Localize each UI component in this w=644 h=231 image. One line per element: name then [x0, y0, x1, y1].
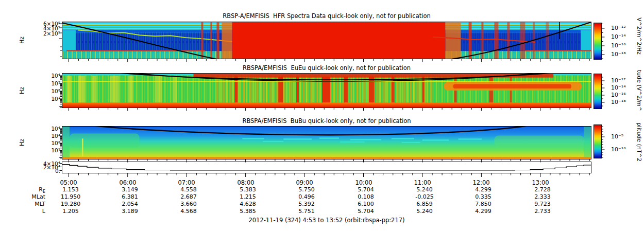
panel1-spectrogram-hfr	[62, 22, 591, 59]
panel3-y-tick-label: 10³	[31, 133, 60, 138]
panel1-y-tick-label: 4×10⁵	[31, 26, 60, 31]
panel4-line-plot	[62, 162, 591, 173]
ephemeris-value: 11.950	[61, 193, 81, 200]
colorbar1	[594, 23, 602, 60]
colorbar1-gradient	[594, 23, 601, 59]
ephemeris-value: -0.025	[415, 193, 433, 200]
colorbar3-tick-label: 10⁻¹⁰	[611, 147, 626, 153]
panel2-y-tick-label: 10²	[31, 88, 60, 94]
ephemeris-value: 5.240	[416, 208, 433, 215]
ephemeris-value: 1.153	[62, 186, 79, 193]
panel4-line-art	[62, 162, 591, 173]
ephemeris-row-label: RE	[21, 186, 45, 194]
colorbar1-tick-label: 10⁻¹⁶	[611, 43, 626, 49]
ephemeris-value: 5.750	[298, 186, 315, 193]
colorbar2-tick-label: 10⁻¹⁴	[611, 85, 626, 91]
ephemeris-row-label: MLat	[21, 193, 45, 201]
emfisis-quicklook-figure: RBSP-A/EMFISIS HFR Spectra Data quick-lo…	[0, 0, 644, 231]
colorbar1-tick-label: 10⁻¹²	[611, 25, 626, 31]
time-tick-label: 09:00	[296, 179, 313, 186]
panel1-y-axis-label: Hz	[19, 30, 26, 50]
time-axis-row: 05:00 06:00 07:00 08:00 09:00 10:00 11:0…	[0, 179, 644, 186]
colorbar2-gradient	[594, 74, 601, 109]
panel3-y-tick-label: 10⁴	[31, 126, 60, 131]
ephemeris-row-mlt: MLT 19.280 2.054 3.660 4.628 5.392 6.100…	[0, 201, 644, 207]
ephemeris-value: 6.100	[358, 201, 374, 207]
panel4-y-tick-label: 0.	[31, 168, 60, 173]
ephemeris-value: 4.628	[240, 201, 256, 207]
panel2-title: RBSPA/EMFISIS EuEu quick-look only, not …	[62, 64, 591, 72]
ephemeris-value: 4.558	[180, 186, 197, 193]
ephemeris-value: 3.189	[122, 208, 138, 215]
panel3-y-axis-label: Hz	[19, 132, 26, 153]
time-tick-label: 13:00	[532, 179, 549, 186]
ephemeris-value: 19.280	[61, 201, 81, 207]
ephemeris-value: 5.751	[298, 208, 315, 215]
colorbar3	[594, 125, 602, 158]
time-tick-label: 10:00	[355, 179, 372, 186]
panel1-spectrogram-art	[62, 22, 591, 59]
panel2-spectrogram-art	[62, 74, 591, 108]
panel2-y-tick-label: 10¹	[31, 96, 60, 101]
ephemeris-value: 2.687	[180, 193, 197, 200]
panel2-spectrogram-eueu	[62, 73, 591, 108]
colorbar3-unit-label: plitude (nT^2	[636, 122, 642, 171]
panel2-y-tick-label: 10³	[31, 81, 60, 86]
ephemeris-value: 1.215	[240, 193, 256, 200]
ephemeris-value: 5.704	[358, 208, 374, 215]
ephemeris-value: 2.333	[534, 193, 551, 200]
ephemeris-value: 5.240	[416, 186, 433, 193]
ephemeris-value: 2.054	[122, 201, 138, 207]
panel3-spectrogram-bubu	[62, 126, 591, 159]
figure-caption: 2012-11-19 (324) 4:53 to 13:52 (orbit:rb…	[62, 217, 591, 224]
ephemeris-value: 5.383	[240, 186, 256, 193]
panel1-title: RBSP-A/EMFISIS HFR Spectra Data quick-lo…	[62, 12, 591, 20]
time-tick-label: 11:00	[414, 179, 431, 186]
time-tick-label: 08:00	[237, 179, 254, 186]
ephemeris-value: 4.568	[180, 208, 197, 215]
panel3-y-tick-label: 10¹	[31, 148, 60, 153]
ephemeris-value: 0.108	[358, 193, 374, 200]
colorbar1-tick-label: 10⁻¹⁴	[611, 34, 626, 40]
colorbar3-tick-label: 10⁻⁵	[611, 134, 623, 140]
time-tick-label: 12:00	[472, 179, 489, 186]
ephemeris-value: 7.850	[475, 201, 492, 207]
ephemeris-value: 2.733	[534, 208, 551, 215]
ephemeris-row-l: L 1.205 3.189 4.568 5.385 5.751 5.704 5.…	[0, 208, 644, 215]
ephemeris-row-re: RE 1.153 3.149 4.558 5.383 5.750 5.704 5…	[0, 186, 644, 193]
panel3-spectrogram-art	[62, 127, 591, 159]
ephemeris-value: 4.299	[475, 186, 492, 193]
ephemeris-row-label: MLT	[21, 201, 45, 208]
ephemeris-value: 2.728	[534, 186, 551, 193]
time-tick-label: 07:00	[178, 179, 195, 186]
ephemeris-value: 9.723	[534, 201, 551, 207]
ephemeris-value: 5.704	[358, 186, 374, 193]
ephemeris-row-mlat: MLat 11.950 6.381 2.687 1.215 0.496 0.10…	[0, 193, 644, 200]
time-tick-label: 06:00	[119, 179, 136, 186]
ephemeris-value: 5.385	[240, 208, 256, 215]
ephemeris-value: 5.392	[298, 201, 315, 207]
colorbar2-tick-label: 10⁻¹⁶	[611, 92, 626, 98]
panel3-y-tick-label: 10²	[31, 140, 60, 146]
panel2-y-axis-label: Hz	[19, 80, 26, 101]
ephemeris-value: 1.205	[62, 208, 79, 215]
colorbar2-tick-label: 10⁻¹²	[611, 78, 626, 84]
time-tick-label: 05:00	[60, 179, 77, 186]
colorbar1-unit-label: V^2/m^2/Hz	[636, 17, 642, 74]
ephemeris-row-label: L	[21, 208, 45, 216]
panel2-y-tick-label: 10⁴	[31, 73, 60, 78]
colorbar1-tick-label: 10⁻¹⁸	[611, 51, 626, 58]
colorbar2-unit-label: tude (V^2/m^	[636, 70, 642, 119]
ephemeris-value: 0.496	[298, 193, 315, 200]
ephemeris-value: 0.335	[475, 193, 492, 200]
colorbar2	[594, 74, 602, 109]
colorbar2-tick-label: 10⁻¹⁸	[611, 99, 626, 105]
panel1-y-tick-label: 2×10⁵	[31, 31, 60, 36]
fce-summary-line	[62, 165, 591, 170]
ephemeris-value: 6.859	[416, 201, 433, 207]
ephemeris-value: 6.381	[122, 193, 138, 200]
panel3-title: RBSPA/EMFISIS BuBu quick-look only, not …	[62, 117, 591, 125]
ephemeris-value: 3.660	[180, 201, 197, 207]
ephemeris-value: 3.149	[122, 186, 138, 193]
ephemeris-value: 4.299	[475, 208, 492, 215]
